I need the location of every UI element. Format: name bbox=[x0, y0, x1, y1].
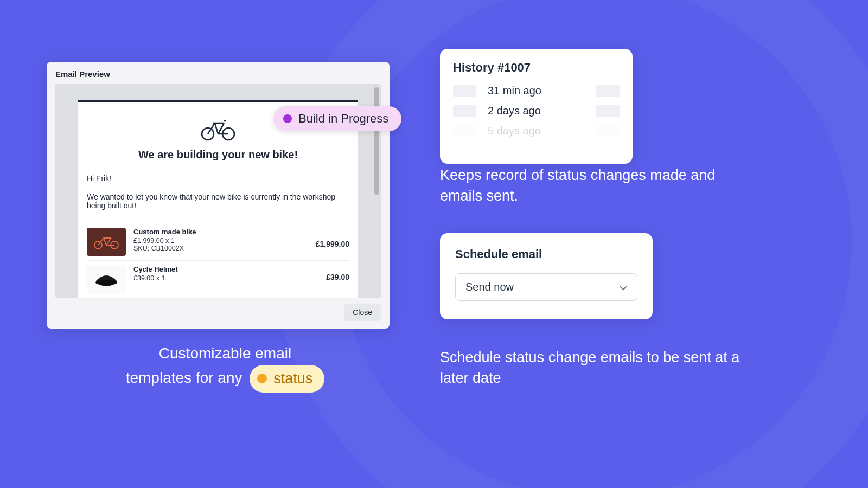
history-chip bbox=[453, 85, 476, 97]
item-line-total: £39.00 bbox=[326, 265, 349, 281]
schedule-select[interactable]: Send now bbox=[455, 273, 637, 301]
email-preview-title: Email Preview bbox=[47, 62, 390, 84]
history-time: 5 days ago bbox=[488, 125, 541, 137]
schedule-select-value: Send now bbox=[465, 281, 514, 293]
history-chip bbox=[596, 125, 620, 137]
history-chip bbox=[453, 125, 476, 137]
svg-point-4 bbox=[95, 280, 117, 285]
history-chip bbox=[596, 85, 620, 97]
status-pill-label: status bbox=[273, 368, 312, 389]
close-button[interactable]: Close bbox=[344, 304, 381, 321]
caption-customizable: Customizable email templates for any sta… bbox=[90, 343, 361, 393]
history-chip bbox=[453, 105, 476, 117]
email-body-text: We wanted to let you know that your new … bbox=[87, 192, 349, 210]
item-name: Cycle Helmet bbox=[133, 265, 318, 273]
scrollbar-thumb[interactable] bbox=[374, 87, 379, 195]
line-item: Cycle Helmet £39.00 x 1 £39.00 bbox=[87, 260, 349, 298]
preview-footer: Close bbox=[47, 298, 390, 329]
history-card: History #1007 31 min ago 2 days ago 5 da… bbox=[440, 49, 633, 164]
schedule-title: Schedule email bbox=[455, 247, 637, 261]
history-chip bbox=[596, 105, 620, 117]
caption-line2: templates for any bbox=[126, 369, 242, 386]
item-line-total: £1,999.00 bbox=[316, 228, 349, 248]
history-time: 31 min ago bbox=[488, 85, 541, 97]
item-sku: SKU: CB10002X bbox=[133, 245, 308, 252]
caption-line1: Customizable email bbox=[159, 345, 291, 362]
history-row: 2 days ago bbox=[453, 105, 620, 117]
history-row: 5 days ago bbox=[453, 125, 620, 137]
item-name: Custom made bike bbox=[133, 228, 308, 236]
email-preview-card: Email Preview We are building your new b… bbox=[47, 62, 390, 329]
item-price-qty: £1,999.00 x 1 bbox=[133, 237, 308, 245]
item-thumbnail bbox=[87, 228, 126, 256]
email-greeting: Hi Erik! bbox=[87, 174, 349, 183]
item-price-qty: £39.00 x 1 bbox=[133, 274, 318, 282]
schedule-card: Schedule email Send now bbox=[440, 233, 653, 319]
status-badge-label: Build in Progress bbox=[298, 112, 388, 126]
history-time: 2 days ago bbox=[488, 105, 541, 117]
chevron-down-icon bbox=[620, 281, 627, 293]
caption-history: Keeps record of status changes made and … bbox=[440, 165, 744, 207]
history-title: History #1007 bbox=[453, 61, 620, 75]
status-dot-icon bbox=[283, 114, 292, 123]
history-row: 31 min ago bbox=[453, 85, 620, 97]
email-heading: We are building your new bike! bbox=[87, 149, 349, 161]
status-pill: status bbox=[250, 365, 324, 393]
line-item: Custom made bike £1,999.00 x 1 SKU: CB10… bbox=[87, 223, 349, 260]
caption-schedule: Schedule status change emails to be sent… bbox=[440, 347, 744, 389]
item-thumbnail bbox=[87, 265, 126, 293]
status-badge: Build in Progress bbox=[273, 106, 401, 131]
status-dot-icon bbox=[257, 374, 267, 383]
